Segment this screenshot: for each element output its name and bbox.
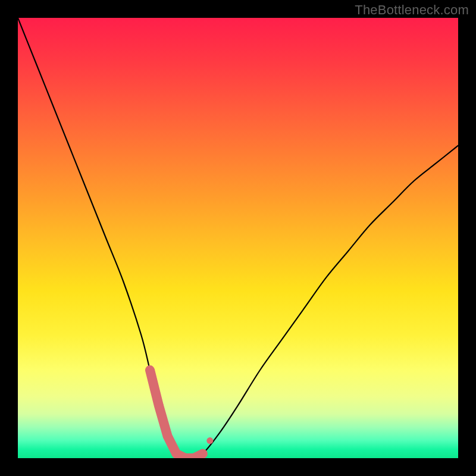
plot-area [18,18,458,458]
outer-frame: TheBottleneck.com [0,0,476,476]
highlight-end-dot [206,437,213,444]
chart-svg [18,18,458,458]
chart-layer [18,18,458,458]
watermark-text: TheBottleneck.com [355,2,469,18]
highlight-notch-path [150,370,203,458]
bottleneck-curve-path [18,18,458,458]
